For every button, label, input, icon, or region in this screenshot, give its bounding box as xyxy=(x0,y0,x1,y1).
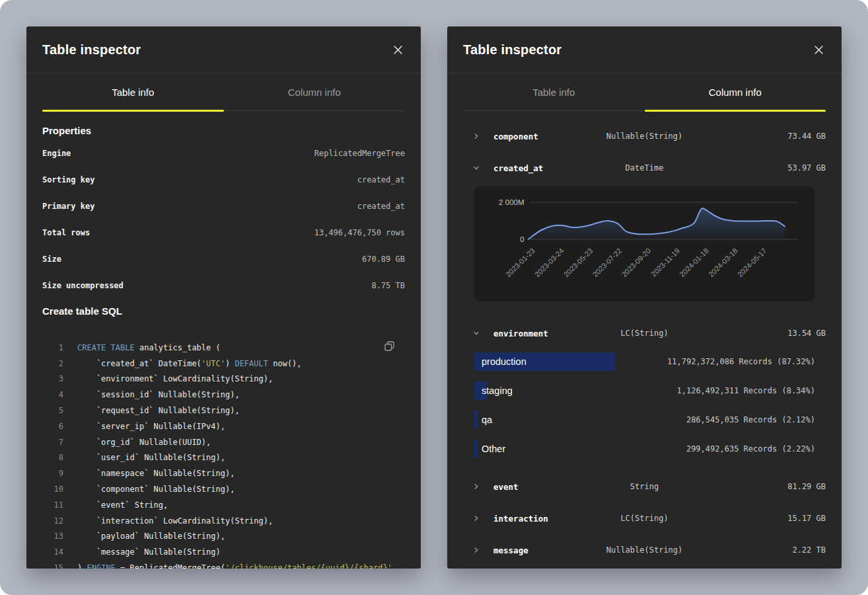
column-type: Nullable(String) xyxy=(606,545,683,555)
column-row-left: message xyxy=(463,545,606,555)
properties-heading: Properties xyxy=(42,125,405,136)
x-icon xyxy=(814,46,823,54)
column-row-environment[interactable]: environmentLC(String)13.54 GB xyxy=(463,317,826,349)
tab-label: Table info xyxy=(112,87,154,98)
chevron-right-icon xyxy=(473,547,480,553)
column-type: LC(String) xyxy=(620,514,668,523)
breakdown-label: production xyxy=(482,356,526,367)
column-row-created-at[interactable]: created_atDateTime53.97 GB xyxy=(463,152,826,184)
breakdown-records: 11,792,372,086 Records (87.32%) xyxy=(667,357,815,366)
x-tick-label: 2024-01-18 xyxy=(678,247,710,278)
property-label: Sorting key xyxy=(42,175,94,184)
tab-label: Column info xyxy=(288,87,341,98)
line-number: 15 xyxy=(42,563,63,569)
close-button[interactable] xyxy=(812,43,826,57)
sql-code-text: `environment` LowCardinality(String), xyxy=(77,374,273,383)
column-type: DateTime xyxy=(626,163,664,173)
created-at-area-chart: 2 000M02023-01-232023-03-242023-05-23202… xyxy=(474,186,815,301)
sql-line: 12 `interaction` LowCardinality(String), xyxy=(42,513,405,529)
column-name: message xyxy=(493,545,528,555)
column-name: component xyxy=(493,132,538,141)
area-fill xyxy=(528,208,785,239)
property-label: Engine xyxy=(42,149,71,158)
sql-code-text: `component` Nullable(String), xyxy=(77,485,235,494)
column-size: 73.44 GB xyxy=(682,132,826,141)
line-number: 10 xyxy=(42,485,63,494)
properties-list: EngineReplicatedMergeTreeSorting keycrea… xyxy=(42,140,405,299)
line-number: 7 xyxy=(42,438,63,447)
property-row-size-uncompressed: Size uncompressed8.75 TB xyxy=(42,272,405,299)
tabbar: Table infoColumn info xyxy=(463,73,826,111)
column-row-event[interactable]: eventString81.29 GB xyxy=(463,471,826,502)
y-tick-label: 2 000M xyxy=(499,198,524,206)
sql-line: 6 `server_ip` Nullable(IPv4), xyxy=(42,418,405,434)
breakdown-label: qa xyxy=(482,415,492,425)
column-size: 53.97 GB xyxy=(663,163,826,173)
chevron-down-icon xyxy=(473,165,480,171)
line-number: 12 xyxy=(42,516,63,526)
breakdown-row-staging: staging1,126,492,311 Records (8.34%) xyxy=(474,381,815,400)
sql-line: 7 `org_id` Nullable(UUID), xyxy=(42,434,405,450)
column-row-interaction[interactable]: interactionLC(String)15.17 GB xyxy=(463,502,826,534)
sql-line: 10 `component` Nullable(String), xyxy=(42,481,405,497)
created-at-chart-card: 2 000M02023-01-232023-03-242023-05-23202… xyxy=(474,186,815,301)
sql-line: 4 `session_id` Nullable(String), xyxy=(42,387,405,403)
tab-table-info[interactable]: Table info xyxy=(42,73,224,110)
x-tick-label: 2023-07-22 xyxy=(591,247,624,278)
column-list: componentNullable(String)73.44 GBcreated… xyxy=(463,120,826,566)
sql-heading: Create table SQL xyxy=(42,305,405,317)
chevron-right-icon xyxy=(473,483,480,490)
chevron-down-icon xyxy=(473,330,480,337)
sql-line: 13 `payload` Nullable(String), xyxy=(42,529,405,545)
line-number: 9 xyxy=(42,469,63,478)
copy-sql-button[interactable] xyxy=(382,338,397,356)
breakdown-records: 286,545,035 Records (2.12%) xyxy=(686,415,815,424)
line-number: 11 xyxy=(42,500,63,510)
sql-code-text: `org_id` Nullable(UUID), xyxy=(77,438,211,447)
modal-header: Table inspector xyxy=(26,26,421,73)
sql-line: 15) ENGINE = ReplicatedMergeTree('/click… xyxy=(42,560,405,569)
property-label: Primary key xyxy=(42,202,94,211)
x-icon xyxy=(394,46,402,54)
property-value: created_at xyxy=(357,202,405,211)
modal-scroll-area[interactable]: Properties EngineReplicatedMergeTreeSort… xyxy=(26,111,421,569)
tab-table-info[interactable]: Table info xyxy=(463,73,645,110)
sql-code-text: `message` Nullable(String) xyxy=(77,547,221,557)
column-row-left: interaction xyxy=(463,514,620,524)
column-name: event xyxy=(493,482,519,492)
close-button[interactable] xyxy=(391,43,405,57)
sql-code-text: `request_id` Nullable(String), xyxy=(77,406,240,415)
sql-code-text: CREATE TABLE analytics_table ( xyxy=(77,343,221,352)
modal-title: Table inspector xyxy=(42,42,141,58)
property-label: Size xyxy=(42,255,61,264)
line-number: 8 xyxy=(42,453,63,462)
sql-code-text: `created_at` DateTime('UTC') DEFAULT now… xyxy=(77,359,302,368)
column-size: 13.54 GB xyxy=(669,329,826,338)
sql-line: 14 `message` Nullable(String) xyxy=(42,544,405,560)
chevron-right-icon xyxy=(473,133,480,139)
column-row-message[interactable]: messageNullable(String)2.22 TB xyxy=(463,534,826,566)
column-name: created_at xyxy=(493,163,543,173)
modal-scroll-area[interactable]: componentNullable(String)73.44 GBcreated… xyxy=(447,111,842,569)
breakdown-row-production: production11,792,372,086 Records (87.32%… xyxy=(474,352,815,371)
tab-label: Column info xyxy=(709,87,762,98)
chevron-right-icon xyxy=(473,515,480,522)
modal-header: Table inspector xyxy=(447,26,842,73)
column-row-component[interactable]: componentNullable(String)73.44 GB xyxy=(463,120,826,152)
property-row-engine: EngineReplicatedMergeTree xyxy=(42,140,405,167)
line-number: 2 xyxy=(42,359,63,368)
column-size: 15.17 GB xyxy=(669,514,826,523)
column-name: environment xyxy=(493,329,548,338)
property-value: ReplicatedMergeTree xyxy=(314,149,405,158)
tab-column-info[interactable]: Column info xyxy=(224,73,406,110)
column-size: 2.22 TB xyxy=(682,545,826,555)
line-number: 6 xyxy=(42,422,63,431)
sql-line: 11 `event` String, xyxy=(42,497,405,513)
column-row-left: component xyxy=(463,132,606,141)
line-number: 13 xyxy=(42,532,63,541)
sql-code-text: `interaction` LowCardinality(String), xyxy=(77,516,273,526)
x-tick-label: 2023-03-24 xyxy=(533,247,565,278)
sql-line: 3 `environment` LowCardinality(String), xyxy=(42,372,405,387)
property-value: created_at xyxy=(357,175,405,184)
tab-column-info[interactable]: Column info xyxy=(645,73,826,110)
